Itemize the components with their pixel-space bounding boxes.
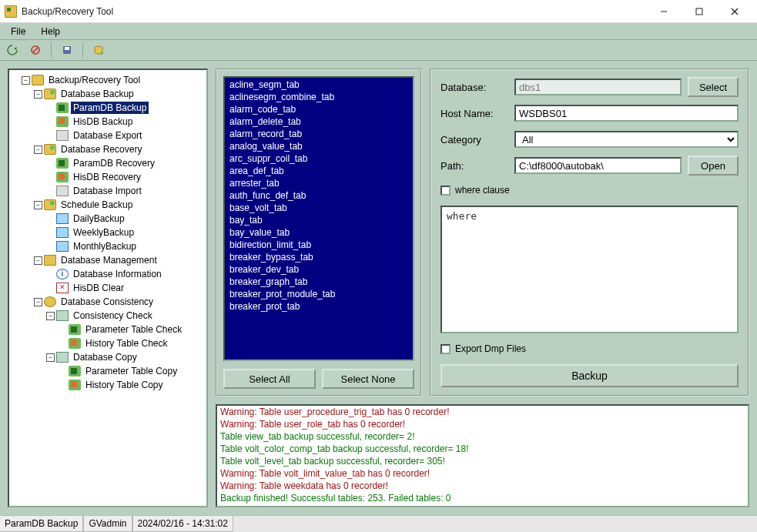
svg-line-5	[32, 47, 39, 53]
table-item[interactable]: breaker_prot_module_tab	[225, 288, 413, 300]
param-icon	[56, 102, 69, 113]
backup-button[interactable]: Backup	[440, 364, 739, 387]
export-icon	[56, 130, 69, 141]
navigation-tree[interactable]: −Backup/Recovery Tool −Database Backup P…	[8, 69, 208, 507]
table-list-block: acline_segm_tabaclinesegm_combine_tabala…	[216, 69, 422, 396]
tree-hisdb-clear[interactable]: HisDB Clear	[9, 281, 206, 295]
collapse-icon[interactable]: −	[34, 90, 42, 99]
clear-icon	[56, 283, 69, 293]
collapse-icon[interactable]: −	[46, 312, 55, 320]
where-clause-checkbox[interactable]	[440, 186, 451, 196]
table-item[interactable]: acline_segm_tab	[225, 79, 413, 91]
tree-db-export[interactable]: Database Export	[9, 129, 206, 142]
toolbar-db-icon[interactable]	[89, 42, 108, 59]
table-item[interactable]: aclinesegm_combine_tab	[225, 91, 413, 103]
table-item[interactable]: arrester_tab	[225, 177, 413, 189]
log-line: Warning: Table weekdata has 0 recorder!	[220, 480, 745, 492]
log-line: Table volt_level_tab backup successful, …	[220, 455, 745, 467]
select-none-button[interactable]: Select None	[322, 369, 414, 389]
tree-hisdb-recovery[interactable]: HisDB Recovery	[9, 170, 206, 184]
titlebar: Backup/Recovery Tool	[0, 0, 757, 23]
tree-db-management[interactable]: −Database Management	[9, 253, 206, 267]
log-line: Warning: Table user_procedure_trig_tab h…	[220, 406, 745, 418]
database-icon	[44, 199, 56, 210]
table-item[interactable]: alarm_delete_tab	[225, 115, 413, 128]
hostname-field[interactable]	[514, 105, 739, 122]
collapse-icon[interactable]: −	[34, 298, 42, 306]
table-item[interactable]: breaker_bypass_tab	[225, 251, 413, 263]
tree-monthly-backup[interactable]: MonthlyBackup	[9, 239, 206, 253]
table-listbox[interactable]: acline_segm_tabaclinesegm_combine_tabala…	[223, 76, 414, 361]
open-path-button[interactable]: Open	[688, 156, 739, 176]
tree-consistency-check[interactable]: −Consistency Check	[9, 309, 206, 323]
database-field	[514, 79, 682, 95]
table-item[interactable]: breaker_dev_tab	[225, 263, 413, 276]
info-icon: i	[56, 269, 69, 279]
tree-weekly-backup[interactable]: WeeklyBackup	[9, 226, 206, 239]
tree-schedule-backup[interactable]: −Schedule Backup	[9, 198, 206, 212]
hisdb-icon	[69, 338, 81, 349]
schedule-icon	[56, 241, 69, 252]
tree-hisdb-backup[interactable]: HisDB Backup	[9, 115, 206, 129]
export-dmp-checkbox[interactable]	[440, 344, 451, 354]
tree-daily-backup[interactable]: DailyBackup	[9, 212, 206, 226]
toolbar-refresh-icon[interactable]	[3, 42, 22, 59]
maximize-button[interactable]	[682, 0, 717, 23]
close-button[interactable]	[717, 0, 752, 23]
check-icon	[56, 310, 69, 321]
copy-icon	[56, 352, 69, 363]
tree-db-recovery[interactable]: −Database Recovery	[9, 142, 206, 156]
table-item[interactable]: breaker_prot_tab	[225, 300, 413, 313]
tree-history-table-copy[interactable]: History Table Copy	[9, 378, 206, 392]
status-mode: ParamDB Backup	[0, 516, 83, 532]
collapse-icon[interactable]: −	[34, 201, 42, 209]
table-item[interactable]: area_def_tab	[225, 165, 413, 177]
tree-db-import[interactable]: Database Import	[9, 184, 206, 198]
where-clause-label: where clause	[455, 185, 510, 196]
tree-db-information[interactable]: iDatabase Information	[9, 267, 206, 281]
tree-paramdb-recovery[interactable]: ParamDB Recovery	[9, 156, 206, 170]
schedule-icon	[56, 227, 69, 238]
param-icon	[69, 324, 81, 335]
collapse-icon[interactable]: −	[34, 146, 42, 154]
tree-db-backup[interactable]: −Database Backup	[9, 87, 206, 101]
minimize-button[interactable]	[646, 0, 682, 23]
tree-paramdb-backup[interactable]: ParamDB Backup	[9, 101, 206, 115]
tree-history-table-check[interactable]: History Table Check	[9, 336, 206, 350]
status-timestamp: 2024/02/16 - 14:31:02	[132, 516, 233, 532]
menu-file[interactable]: File	[3, 23, 33, 40]
tree-database-copy[interactable]: −Database Copy	[9, 350, 206, 364]
toolbar-cancel-icon[interactable]	[26, 42, 45, 59]
table-item[interactable]: breaker_graph_tab	[225, 276, 413, 288]
table-item[interactable]: bay_tab	[225, 214, 413, 226]
tree-parameter-table-copy[interactable]: Parameter Table Copy	[9, 364, 206, 378]
log-panel[interactable]: Warning: Table user_procedure_trig_tab h…	[216, 404, 749, 507]
table-item[interactable]: alarm_code_tab	[225, 103, 413, 115]
where-textarea[interactable]: where	[440, 206, 739, 333]
select-db-button[interactable]: Select	[688, 77, 739, 97]
table-item[interactable]: auth_func_def_tab	[225, 189, 413, 202]
tool-icon	[32, 75, 44, 85]
tree-db-consistency[interactable]: −Database Consistency	[9, 295, 206, 309]
tree-parameter-table-check[interactable]: Parameter Table Check	[9, 323, 206, 336]
select-all-button[interactable]: Select All	[223, 369, 316, 389]
import-icon	[56, 186, 69, 196]
menu-help[interactable]: Help	[33, 23, 68, 40]
category-select[interactable]: All	[514, 131, 739, 148]
window-title: Backup/Recovery Tool	[22, 6, 113, 17]
collapse-icon[interactable]: −	[22, 76, 30, 85]
table-item[interactable]: bidirection_limit_tab	[225, 239, 413, 251]
table-item[interactable]: alarm_record_tab	[225, 128, 413, 140]
toolbar-save-icon[interactable]	[58, 42, 76, 59]
table-item[interactable]: base_volt_tab	[225, 202, 413, 214]
table-item[interactable]: analog_value_tab	[225, 140, 413, 152]
path-label: Path:	[440, 160, 508, 172]
collapse-icon[interactable]: −	[46, 353, 55, 362]
path-field[interactable]	[514, 157, 682, 174]
table-item[interactable]: bay_value_tab	[225, 226, 413, 239]
svg-rect-7	[65, 47, 69, 50]
collapse-icon[interactable]: −	[34, 256, 42, 265]
tree-root[interactable]: −Backup/Recovery Tool	[9, 73, 206, 87]
table-item[interactable]: arc_suppr_coil_tab	[225, 152, 413, 165]
svg-point-9	[100, 52, 103, 55]
